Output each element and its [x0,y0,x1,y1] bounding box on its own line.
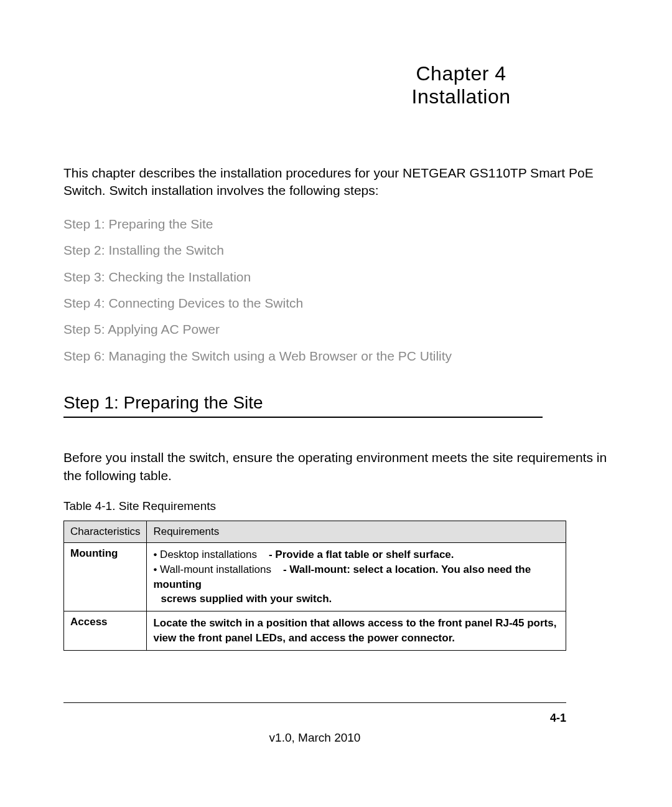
bullet-icon: • [153,564,160,575]
step-item: Step 5: Applying AC Power [63,320,616,339]
table-header-requirements: Requirements [147,521,566,543]
step-item: Step 2: Installing the Switch [63,241,616,260]
table-cell-characteristic: Access [64,611,147,651]
table-row: Mounting • Desktop installations - Provi… [64,543,566,611]
page-number: 4-1 [63,712,566,725]
intro-paragraph: This chapter describes the installation … [63,164,616,200]
table-cell-characteristic: Mounting [64,543,147,611]
table-cell-requirement: • Desktop installations - Provide a flat… [147,543,566,611]
chapter-title: Installation [312,85,610,108]
step-item: Step 6: Managing the Switch using a Web … [63,347,616,366]
chapter-number: Chapter 4 [312,62,610,85]
bullet-icon: • [153,549,160,560]
chapter-heading: Chapter 4 Installation [312,62,610,108]
step-item: Step 4: Connecting Devices to the Switch [63,294,616,313]
bullet-continuation: screws supplied with your switch. [161,592,559,606]
table-row: Access Locate the switch in a position t… [64,611,566,651]
table-cell-requirement: Locate the switch in a position that all… [147,611,566,651]
bullet-desc: - Provide a flat table or shelf surface. [260,549,454,560]
step-list: Step 1: Preparing the Site Step 2: Insta… [63,215,616,366]
step-item: Step 1: Preparing the Site [63,215,616,234]
page-footer: 4-1 v1.0, March 2010 [63,702,616,745]
bullet-label: Wall-mount installations [160,564,271,575]
table-caption: Table 4-1. Site Requirements [63,499,616,513]
table-header-characteristics: Characteristics [64,521,147,543]
section-intro: Before you install the switch, ensure th… [63,449,616,484]
footer-rule [63,702,566,703]
bullet-label: Desktop installations [160,549,257,560]
step-item: Step 3: Checking the Installation [63,268,616,286]
version-text: v1.0, March 2010 [63,731,566,745]
page-container: Chapter 4 Installation This chapter desc… [0,0,672,807]
requirements-table: Characteristics Requirements Mounting • … [63,521,566,651]
section-heading: Step 1: Preparing the Site [63,393,543,418]
